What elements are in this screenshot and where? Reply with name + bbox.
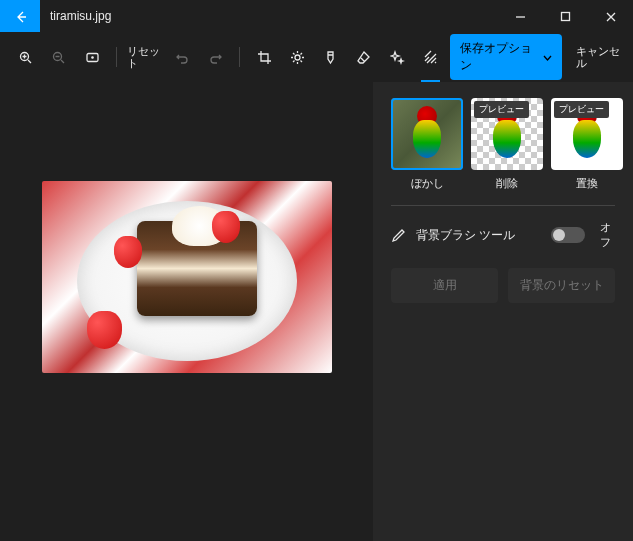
retouch-button[interactable]	[383, 42, 410, 72]
zoom-in-icon	[18, 50, 33, 65]
bg-label-replace: 置換	[576, 176, 598, 191]
minimize-button[interactable]	[498, 0, 543, 32]
divider	[116, 47, 117, 67]
save-options-button[interactable]: 保存オプション	[450, 34, 562, 80]
svg-point-5	[295, 55, 300, 60]
adjust-button[interactable]	[284, 42, 311, 72]
undo-icon	[175, 50, 190, 65]
brush-tool-row: 背景ブラシ ツール オフ	[391, 220, 615, 250]
background-icon	[423, 50, 438, 65]
bg-thumb-blur	[391, 98, 463, 170]
background-button[interactable]	[417, 42, 444, 72]
sparkle-icon	[390, 50, 405, 65]
cancel-label: キャンセル	[576, 45, 621, 69]
bg-label-blur: ぼかし	[411, 176, 444, 191]
action-row: 適用 背景のリセット	[391, 268, 615, 303]
erase-icon	[356, 50, 371, 65]
brush-tool-label: 背景ブラシ ツール	[416, 227, 541, 244]
markup-button[interactable]	[350, 42, 377, 72]
window-controls	[498, 0, 633, 32]
zoom-out-icon	[51, 50, 66, 65]
apply-button[interactable]: 適用	[391, 268, 498, 303]
bg-thumb-replace: プレビュー	[551, 98, 623, 170]
titlebar: tiramisu.jpg	[0, 0, 633, 32]
reset-label: リセット	[127, 45, 163, 69]
toolbar: リセット 保存オプション キャンセル	[0, 32, 633, 82]
maximize-button[interactable]	[543, 0, 588, 32]
bg-label-remove: 削除	[496, 176, 518, 191]
bg-thumb-remove: プレビュー	[471, 98, 543, 170]
preview-badge: プレビュー	[554, 101, 609, 118]
reset-button[interactable]: リセット	[127, 39, 163, 75]
redo-button[interactable]	[202, 42, 229, 72]
toggle-state-label: オフ	[595, 220, 615, 250]
arrow-left-icon	[13, 9, 28, 24]
canvas-area[interactable]	[0, 82, 373, 541]
fit-icon	[85, 50, 100, 65]
crop-button[interactable]	[250, 42, 277, 72]
reset-background-button[interactable]: 背景のリセット	[508, 268, 615, 303]
maximize-icon	[558, 9, 573, 24]
background-options: ぼかし プレビュー 削除 プレビュー 置換	[391, 98, 615, 191]
minimize-icon	[513, 9, 528, 24]
svg-rect-0	[562, 12, 570, 20]
pencil-icon	[391, 228, 406, 243]
save-options-label: 保存オプション	[460, 40, 536, 74]
marker-icon	[323, 50, 338, 65]
divider	[391, 205, 615, 206]
zoom-in-button[interactable]	[12, 42, 39, 72]
brush-toggle[interactable]	[551, 227, 585, 243]
main-area: ぼかし プレビュー 削除 プレビュー 置換 背景ブラシ ツール	[0, 82, 633, 541]
close-button[interactable]	[588, 0, 633, 32]
background-panel: ぼかし プレビュー 削除 プレビュー 置換 背景ブラシ ツール	[373, 82, 633, 541]
bg-option-remove[interactable]: プレビュー 削除	[471, 98, 543, 191]
window-title: tiramisu.jpg	[40, 0, 498, 32]
bg-option-replace[interactable]: プレビュー 置換	[551, 98, 623, 191]
redo-icon	[208, 50, 223, 65]
filter-button[interactable]	[317, 42, 344, 72]
preview-badge: プレビュー	[474, 101, 529, 118]
fit-button[interactable]	[79, 42, 106, 72]
bg-option-blur[interactable]: ぼかし	[391, 98, 463, 191]
chevron-down-icon	[542, 52, 552, 63]
crop-icon	[257, 50, 272, 65]
back-button[interactable]	[0, 0, 40, 32]
image-preview	[42, 181, 332, 373]
svg-point-4	[91, 56, 92, 57]
cancel-button[interactable]: キャンセル	[576, 39, 621, 75]
undo-button[interactable]	[169, 42, 196, 72]
divider	[239, 47, 240, 67]
zoom-out-button[interactable]	[45, 42, 72, 72]
sun-icon	[290, 50, 305, 65]
close-icon	[603, 9, 618, 24]
